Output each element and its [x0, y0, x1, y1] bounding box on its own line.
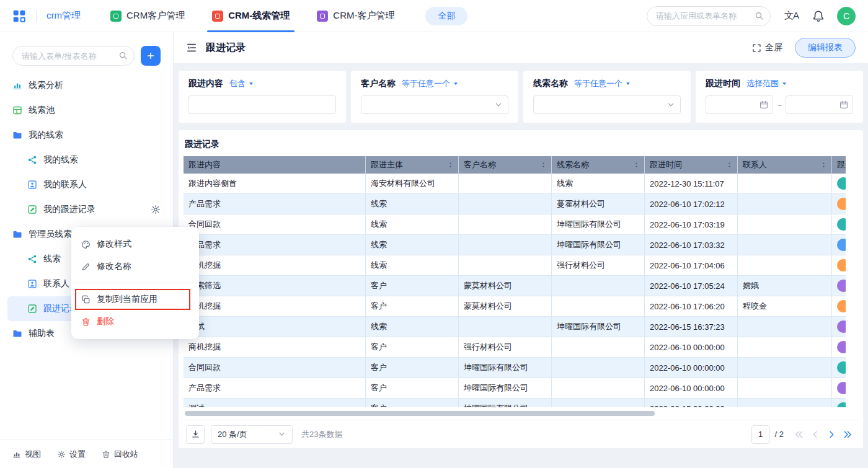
- last-page-button[interactable]: [839, 426, 856, 443]
- next-page-button[interactable]: [823, 426, 839, 443]
- search-icon[interactable]: [755, 11, 764, 20]
- context-menu-item-修改样式[interactable]: 修改样式: [71, 233, 199, 255]
- topbar: crm管理 CRM客户管理CRM-线索管理CRM-客户管理 全部 文A C: [0, 0, 868, 32]
- table-cell: 合同回款: [184, 358, 366, 378]
- scroll-to-bottom-button[interactable]: [186, 425, 205, 444]
- global-search-input[interactable]: [647, 6, 771, 26]
- table-cell: 坤曜国际有限公司: [552, 317, 645, 337]
- table-cell: [738, 358, 832, 378]
- form-search-input[interactable]: [12, 46, 135, 66]
- table-row[interactable]: 合同回款客户坤曜国际有限公司2022-06-10 00:00:00: [184, 358, 846, 378]
- table-cell: 线索: [366, 214, 459, 235]
- search-icon[interactable]: [118, 51, 128, 60]
- filter-text-input[interactable]: [188, 95, 336, 114]
- app-name[interactable]: crm管理: [46, 10, 81, 22]
- date-end-input[interactable]: [786, 95, 853, 114]
- data-table: 跟进内容跟进主体客户名称线索名称跟进时间联系人跟进人跟进内容侧首海安材料有限公司…: [184, 156, 846, 407]
- column-header-跟进主体[interactable]: 跟进主体: [366, 156, 459, 174]
- app-root: crm管理 CRM客户管理CRM-线索管理CRM-客户管理 全部 文A C 线索…: [0, 0, 868, 468]
- table-cell: 产品需求: [184, 378, 366, 399]
- column-header-跟进人[interactable]: 跟进人: [832, 156, 846, 174]
- app-tab[interactable]: CRM-客户管理: [303, 0, 408, 32]
- table-row[interactable]: 产品需求线索蔓霍材料公司2022-06-10 17:02:12: [184, 194, 846, 214]
- chevron-left-icon: [810, 430, 820, 439]
- table-cell: 合同回款: [184, 214, 366, 235]
- table-row[interactable]: 商机挖掘客户强行材料公司2022-06-10 00:00:00: [184, 337, 846, 358]
- filter-label: 跟进内容: [188, 78, 223, 89]
- table-row[interactable]: 商机挖掘客户蒙莫材料公司2022-06-10 17:06:20程咬金: [184, 296, 846, 317]
- table-row[interactable]: 测试客户坤曜国际有限公司2022-06-15 00:00:00: [184, 399, 846, 407]
- table-row[interactable]: 产品需求客户坤曜国际有限公司2022-06-10 00:00:00: [184, 378, 846, 399]
- chart-icon: [12, 450, 21, 459]
- filter-select[interactable]: [361, 95, 508, 114]
- menu-item-label: 删除: [97, 316, 114, 327]
- sidebar-item-线索池[interactable]: 线索池: [7, 98, 166, 123]
- sort-icon[interactable]: [541, 161, 546, 169]
- filter-operator[interactable]: 等于任意一个: [402, 78, 459, 89]
- user-avatar[interactable]: C: [837, 7, 856, 25]
- edit-report-button[interactable]: 编辑报表: [795, 38, 856, 58]
- context-menu-item-删除[interactable]: 删除: [71, 311, 199, 333]
- collapse-filter-icon[interactable]: [186, 42, 197, 53]
- sidebar-item-我的线索[interactable]: 我的线索: [7, 148, 166, 172]
- sidebar-item-我的跟进记录[interactable]: 我的跟进记录: [7, 197, 166, 222]
- column-header-联系人[interactable]: 联系人: [738, 156, 832, 174]
- arrow-down-to-line-icon: [191, 430, 200, 439]
- follower-avatar: [837, 300, 846, 312]
- app-tab[interactable]: CRM-线索管理: [198, 0, 303, 32]
- table-row[interactable]: 商机挖掘线索强行材料公司2022-06-10 17:04:06: [184, 255, 846, 276]
- sort-icon[interactable]: [448, 161, 453, 169]
- bell-icon[interactable]: [812, 10, 825, 22]
- sort-icon[interactable]: [634, 161, 639, 169]
- sidebar-item-线索分析[interactable]: 线索分析: [7, 73, 166, 98]
- table-row[interactable]: 产品需求线索坤曜国际有限公司2022-06-10 17:03:32: [184, 235, 846, 255]
- app-tab[interactable]: CRM客户管理: [97, 0, 198, 32]
- sort-icon[interactable]: [821, 161, 826, 169]
- add-form-button[interactable]: [141, 46, 161, 66]
- app-tab-label: CRM-客户管理: [333, 10, 394, 22]
- filter-operator[interactable]: 包含: [229, 78, 254, 89]
- filter-label: 客户名称: [361, 78, 396, 89]
- apps-grid-icon[interactable]: [12, 9, 26, 23]
- gear-icon[interactable]: [151, 205, 161, 214]
- all-apps-pill[interactable]: 全部: [425, 7, 467, 25]
- prev-page-button[interactable]: [807, 426, 823, 443]
- table-row[interactable]: 测试线索坤曜国际有限公司2022-06-15 16:37:23: [184, 317, 846, 337]
- translate-icon[interactable]: 文A: [784, 10, 799, 22]
- sidebar-footer-视图[interactable]: 视图: [12, 449, 41, 460]
- page-size-select[interactable]: 20 条/页: [211, 425, 293, 444]
- sidebar-item-label: 我的联系人: [43, 179, 87, 190]
- chevron-right-icon: [826, 430, 836, 439]
- table-cell-follower: [832, 399, 846, 407]
- sidebar-footer-回收站[interactable]: 回收站: [102, 449, 138, 460]
- table-row[interactable]: 合同回款线索坤曜国际有限公司2022-06-10 17:03:19: [184, 214, 846, 235]
- sidebar-footer-设置[interactable]: 设置: [57, 449, 86, 460]
- sidebar-item-我的线索[interactable]: 我的线索: [7, 123, 166, 148]
- chart-icon: [12, 81, 22, 91]
- context-menu-item-修改名称[interactable]: 修改名称: [71, 255, 199, 278]
- table-cell: [738, 214, 832, 235]
- filter-select[interactable]: [533, 95, 681, 114]
- filter-operator[interactable]: 等于任意一个: [574, 78, 631, 89]
- column-header-线索名称[interactable]: 线索名称: [552, 156, 645, 174]
- sort-icon[interactable]: [727, 161, 732, 169]
- menu-item-label: 复制到当前应用: [97, 294, 157, 305]
- pagination-bar: 20 条/页 共23条数据 1 / 2: [184, 420, 858, 448]
- filter-operator[interactable]: 选择范围: [746, 78, 787, 89]
- chevron-down-icon: [666, 100, 675, 109]
- table-cell: [552, 296, 645, 317]
- sidebar-item-我的联系人[interactable]: 我的联系人: [7, 172, 166, 197]
- caret-down-icon: [453, 81, 459, 87]
- menu-item-label: 修改名称: [97, 261, 131, 272]
- page-number-input[interactable]: 1: [751, 425, 770, 444]
- table-row[interactable]: 线索筛选客户蒙莫材料公司2022-06-10 17:05:24嫦娥: [184, 276, 846, 296]
- fullscreen-button[interactable]: 全屏: [752, 42, 782, 53]
- column-header-客户名称[interactable]: 客户名称: [459, 156, 552, 174]
- table-row[interactable]: 跟进内容侧首海安材料有限公司线索2022-12-30 15:11:07: [184, 174, 846, 194]
- table-cell: 线索: [366, 194, 459, 214]
- date-start-input[interactable]: [706, 95, 773, 114]
- column-header-跟进时间[interactable]: 跟进时间: [645, 156, 738, 174]
- first-page-button[interactable]: [791, 426, 807, 443]
- scrollbar-thumb[interactable]: [185, 411, 655, 416]
- context-menu-item-复制到当前应用[interactable]: 复制到当前应用: [71, 288, 199, 311]
